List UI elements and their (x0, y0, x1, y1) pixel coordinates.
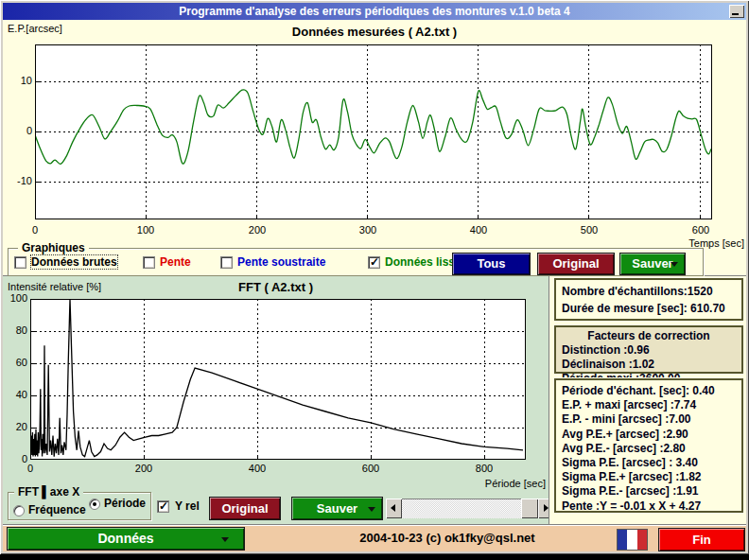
checkbox-donnees-brutes-label[interactable]: Données brutes (31, 255, 117, 269)
chevron-down-icon (671, 262, 678, 267)
stat-line: Durée de mesure [sec]: 610.70 (562, 300, 736, 317)
sauver-button-fft[interactable]: Sauver (292, 498, 382, 519)
original-button-fft[interactable]: Original (210, 498, 280, 519)
pe-stats-box: Période d'échant. [sec]: 0.40 E.P. + max… (554, 378, 743, 513)
fft-chart (30, 299, 526, 460)
chevron-down-icon (368, 507, 375, 512)
checkbox-donnees-lissees[interactable]: ✓ (368, 256, 380, 269)
chevron-down-icon (221, 537, 229, 542)
stat-line: Distinction :0.96 (562, 343, 736, 358)
radio-periode-label[interactable]: Période (104, 497, 146, 510)
scrollbar-thumb[interactable] (521, 499, 538, 518)
fft-x-tick: 800 (468, 463, 500, 474)
checkbox-pente[interactable]: ✓ (143, 256, 155, 269)
fft-y-tick: 100 (3, 292, 27, 304)
fft-y-tick: 80 (3, 324, 27, 336)
window-title: Programme d'analyse des erreurs périodiq… (179, 5, 569, 18)
stat-line: Pente :Y = -0.01 x X + 4.27 (562, 499, 736, 514)
flag-white-stripe (627, 530, 636, 550)
measured-y-tick: 10 (6, 75, 32, 86)
copyright-text: 2004-10-23 (c) ok1fky@qsl.net (249, 531, 646, 545)
measured-x-tick: 400 (462, 224, 495, 236)
check-icon: ✓ (370, 255, 379, 269)
fft-axis-group: FFT ▌axe X Fréquence Période (8, 492, 151, 520)
arrow-left-icon (391, 504, 395, 512)
minimize-icon (732, 13, 739, 15)
fft-y-tick: 40 (3, 389, 27, 400)
fft-y-tick: 60 (3, 357, 27, 368)
fft-scrollbar[interactable] (386, 499, 554, 518)
stat-line: Avg P.E.+ [arcsec] :2.90 (562, 428, 736, 442)
measured-y-tick: 0 (6, 125, 32, 136)
radio-periode[interactable] (89, 499, 100, 510)
measured-x-tick: 100 (130, 224, 162, 236)
checkbox-donnees-brutes[interactable]: ✓ (14, 256, 26, 269)
stat-line: Sigma P.E.- [arcsec] :1.91 (562, 484, 736, 499)
fft-axis-group-legend: FFT ▌axe X (14, 485, 83, 499)
sauver-button-top[interactable]: Sauver (620, 254, 685, 274)
measured-plot-area (35, 44, 712, 219)
flag-blue-stripe (618, 530, 627, 550)
stat-line: Déclinaison :1.02 (562, 358, 736, 372)
minimize-button[interactable] (729, 5, 744, 18)
fft-y-tick: 20 (3, 421, 27, 432)
measured-chart (35, 44, 712, 219)
bottom-bar: Données 2004-10-23 (c) ok1fky@qsl.net Fi… (3, 524, 746, 551)
radio-frequence[interactable] (13, 505, 25, 516)
donnees-button-label: Données (97, 531, 153, 546)
graphiques-legend: Graphiques (18, 241, 89, 254)
checkbox-y-rel-label[interactable]: Y rel (175, 499, 200, 513)
radio-frequence-label[interactable]: Fréquence (28, 503, 86, 516)
app-window: Programme d'analyse des erreurs périodiq… (0, 0, 749, 554)
title-bar: Programme d'analyse des erreurs périodiq… (3, 3, 746, 20)
checkbox-pente-soustraite-label[interactable]: Pente soustraite (237, 255, 325, 269)
stat-line: Période d'échant. [sec]: 0.40 (562, 384, 736, 398)
stat-line: E.P. + maxi [arcsec] :7.74 (562, 398, 736, 412)
sauver-button-top-label: Sauver (632, 256, 672, 271)
measured-x-tick: 300 (352, 224, 384, 236)
stat-line: E.P. - mini [arcsec] :7.00 (562, 412, 736, 427)
flag-red-stripe (637, 530, 647, 550)
measured-y-tick: -10 (6, 175, 32, 186)
donnees-button[interactable]: Données (8, 528, 244, 550)
correction-factors-box: Facteurs de correction Distinction :0.96… (554, 325, 743, 374)
fft-x-tick: 200 (128, 463, 160, 474)
fin-button[interactable]: Fin (659, 529, 744, 551)
fft-x-tick: 600 (355, 463, 387, 474)
fft-plot-area (30, 299, 526, 460)
stat-line: Sigma P.E. [arcsec] : 3.40 (562, 456, 736, 470)
stat-line: Sigma P.E.+ [arcsec] :1.82 (562, 470, 736, 484)
correction-factors-title: Facteurs de correction (562, 329, 736, 343)
fft-chart-title: FFT ( A2.txt ) (3, 280, 549, 294)
original-button-top[interactable]: Original (538, 254, 614, 274)
measured-x-tick: 0 (19, 224, 51, 236)
stat-line: Avg P.E.- [arcsec] :2.80 (562, 442, 736, 456)
radio-dot-icon (93, 502, 96, 506)
stats-panel: Nombre d'échantillons:1520 Durée de mesu… (549, 276, 746, 524)
sauver-button-fft-label: Sauver (317, 501, 357, 516)
scrollbar-left-button[interactable] (386, 499, 402, 518)
checkbox-y-rel[interactable]: ✓ (157, 500, 169, 513)
tous-button[interactable]: Tous (453, 254, 530, 274)
graphiques-group: Graphiques ✓ Données brutes ✓ Pente ✓ Pe… (8, 248, 704, 276)
sample-stats-box: Nombre d'échantillons:1520 Durée de mesu… (554, 278, 743, 321)
check-icon: ✓ (159, 499, 168, 513)
checkbox-pente-label[interactable]: Pente (160, 255, 191, 269)
fft-section: Intensité relative [%] FFT ( A2.txt ) 10… (3, 276, 549, 524)
measured-chart-section: E.P.[arcsec] Données mesurées ( A2.txt )… (3, 20, 746, 276)
stat-line: Nombre d'échantillons:1520 (562, 283, 736, 300)
checkbox-pente-soustraite[interactable]: ✓ (220, 256, 233, 269)
fft-x-axis-label: Période [sec] (485, 478, 546, 489)
measured-chart-title: Données mesurées ( A2.txt ) (3, 25, 746, 39)
fft-x-tick: 0 (14, 463, 46, 474)
measured-x-tick: 600 (685, 224, 717, 236)
measured-x-tick: 500 (573, 224, 605, 236)
measured-x-tick: 200 (241, 224, 273, 236)
fft-x-tick: 400 (241, 463, 273, 474)
french-flag-icon[interactable] (617, 529, 648, 551)
